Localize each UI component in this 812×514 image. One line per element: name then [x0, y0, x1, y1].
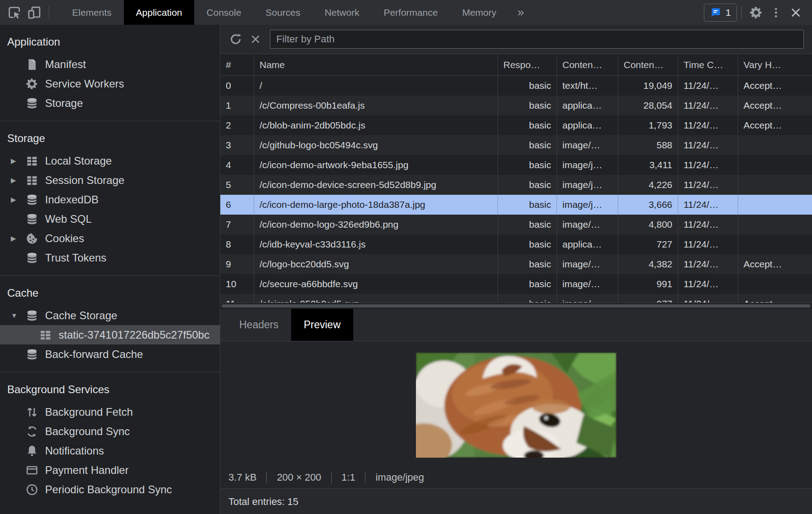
- device-toolbar-icon[interactable]: [24, 3, 44, 23]
- background-sync-icon: [25, 425, 39, 438]
- table-row[interactable]: 2/c/blob-anim-2db05bdc.jsbasicapplica…1,…: [220, 115, 812, 135]
- disclosure-triangle-icon[interactable]: ▶: [11, 229, 16, 248]
- cell-response-type: basic: [497, 195, 557, 215]
- sidebar-item-label: Notifications: [45, 445, 104, 457]
- cell-index: 6: [220, 195, 254, 215]
- cell-content-length: 588: [618, 135, 678, 155]
- sidebar-item-storage[interactable]: Storage: [0, 93, 220, 113]
- column-header-content-length[interactable]: Conten…: [618, 54, 678, 75]
- issues-badge[interactable]: 1: [704, 4, 737, 22]
- cell-index: 1: [220, 96, 254, 115]
- column-header-time-cached[interactable]: Time C…: [678, 54, 738, 75]
- cell-name: /c/logo-bcc20dd5.svg: [254, 254, 497, 274]
- toolbar-divider: [49, 6, 49, 19]
- cell-content-type: image/j…: [557, 155, 618, 175]
- sidebar-item-cache-storage[interactable]: ▼Cache Storage: [0, 306, 220, 325]
- tab-application[interactable]: Application: [124, 0, 195, 25]
- settings-gear-icon[interactable]: [746, 3, 766, 23]
- column-header-content-type[interactable]: Conten…: [557, 54, 618, 75]
- cell-content-length: 991: [618, 274, 678, 294]
- sidebar-item-static-3741017226db5c27f50bc[interactable]: static-3741017226db5c27f50bc: [0, 325, 220, 344]
- tab-memory[interactable]: Memory: [450, 0, 509, 25]
- cell-index: 7: [220, 215, 254, 234]
- tab-headers[interactable]: Headers: [227, 309, 291, 341]
- sidebar-item-notifications[interactable]: Notifications: [0, 441, 220, 460]
- sidebar-item-label: Periodic Background Sync: [45, 483, 172, 496]
- table-row[interactable]: 0/basictext/ht…19,04911/24/…Accept…: [220, 76, 812, 96]
- tab-console[interactable]: Console: [194, 0, 253, 25]
- total-entries-label: Total entries: 15: [228, 496, 298, 507]
- sidebar-item-background-fetch[interactable]: Background Fetch: [0, 402, 220, 422]
- cell-response-type: basic: [497, 135, 557, 155]
- sidebar-item-back-forward-cache[interactable]: Back-forward Cache: [0, 344, 220, 364]
- more-tabs-icon[interactable]: »: [508, 0, 533, 25]
- database-icon: [25, 212, 39, 226]
- table-row[interactable]: 10/c/secure-a66bbdfe.svgbasicimage/…9911…: [220, 274, 812, 294]
- sidebar-item-periodic-background-sync[interactable]: Periodic Background Sync: [0, 480, 220, 499]
- tab-preview[interactable]: Preview: [291, 309, 353, 341]
- status-divider: [365, 472, 365, 483]
- tab-elements[interactable]: Elements: [60, 0, 124, 25]
- clear-filter-icon[interactable]: [246, 29, 265, 49]
- disclosure-triangle-icon[interactable]: ▶: [11, 170, 16, 190]
- column-header-response-type[interactable]: Respo…: [497, 54, 557, 75]
- cell-index: 11: [220, 294, 254, 303]
- database-icon: [25, 193, 39, 207]
- dimensions-label: 200 × 200: [277, 472, 321, 483]
- sidebar-item-payment-handler[interactable]: Payment Handler: [0, 460, 220, 480]
- disclosure-triangle-icon[interactable]: ▼: [11, 306, 18, 325]
- column-header-index[interactable]: #: [220, 54, 254, 75]
- table-row[interactable]: 11/c/simple-952b0cd5.svgbasicimage/…9771…: [220, 294, 812, 303]
- table-row[interactable]: 8/c/idb-keyval-c33d3116.jsbasicapplica…7…: [220, 234, 812, 254]
- cell-index: 0: [220, 76, 254, 96]
- table-row[interactable]: 4/c/icon-demo-artwork-9eba1655.jpgbasici…: [220, 155, 812, 175]
- bell-icon: [25, 444, 39, 458]
- filter-input[interactable]: [270, 30, 804, 49]
- sidebar-item-web-sql[interactable]: Web SQL: [0, 209, 220, 229]
- cell-name: /: [254, 76, 497, 96]
- sidebar-item-manifest[interactable]: Manifest: [0, 55, 220, 74]
- cell-content-length: 727: [618, 234, 678, 254]
- cell-vary-header: [738, 155, 812, 175]
- table-row[interactable]: 5/c/icon-demo-device-screen-5d52d8b9.jpg…: [220, 175, 812, 195]
- tab-performance[interactable]: Performance: [371, 0, 450, 25]
- cell-vary-header: Accept…: [738, 254, 812, 274]
- cell-index: 8: [220, 234, 254, 254]
- devtools-toolbar: ElementsApplicationConsoleSourcesNetwork…: [0, 0, 812, 25]
- panel-tabs: ElementsApplicationConsoleSourcesNetwork…: [60, 0, 508, 25]
- refresh-icon[interactable]: [226, 29, 246, 49]
- table-row[interactable]: 1/c/Compress-00b1eafa.jsbasicapplica…28,…: [220, 96, 812, 115]
- horizontal-scrollbar[interactable]: [220, 303, 812, 309]
- close-devtools-icon[interactable]: [786, 3, 806, 23]
- table-row[interactable]: 9/c/logo-bcc20dd5.svgbasicimage/…4,38211…: [220, 254, 812, 274]
- disclosure-triangle-icon[interactable]: ▶: [11, 190, 16, 209]
- cookie-icon: [25, 232, 39, 245]
- sidebar-item-session-storage[interactable]: ▶Session Storage: [0, 170, 220, 190]
- sidebar-item-trust-tokens[interactable]: Trust Tokens: [0, 248, 220, 267]
- tab-network[interactable]: Network: [312, 0, 371, 25]
- sidebar-item-cookies[interactable]: ▶Cookies: [0, 229, 220, 248]
- sidebar-item-local-storage[interactable]: ▶Local Storage: [0, 151, 220, 170]
- status-divider: [331, 472, 332, 483]
- sidebar-item-background-sync[interactable]: Background Sync: [0, 422, 220, 441]
- section-title: Application: [0, 30, 220, 55]
- tab-sources[interactable]: Sources: [253, 0, 312, 25]
- clock-icon: [25, 483, 39, 496]
- table-row[interactable]: 3/c/github-logo-bc05494c.svgbasicimage/……: [220, 135, 812, 155]
- table-row[interactable]: 6/c/icon-demo-large-photo-18da387a.jpgba…: [220, 195, 812, 215]
- preview-image: [416, 353, 616, 458]
- aspect-ratio-label: 1:1: [342, 472, 356, 483]
- sidebar-item-indexeddb[interactable]: ▶IndexedDB: [0, 190, 220, 209]
- cell-content-length: 1,793: [618, 115, 678, 135]
- cell-name: /c/icon-demo-large-photo-18da387a.jpg: [254, 195, 497, 215]
- cell-content-length: 3,411: [618, 155, 678, 175]
- table-row[interactable]: 7/c/icon-demo-logo-326ed9b6.pngbasicimag…: [220, 215, 812, 234]
- scrollbar-thumb[interactable]: [222, 304, 811, 307]
- column-header-vary-header[interactable]: Vary H…: [738, 54, 812, 75]
- sidebar-item-service-workers[interactable]: Service Workers: [0, 74, 220, 93]
- kebab-menu-icon[interactable]: [766, 3, 786, 23]
- background-fetch-icon: [25, 405, 39, 419]
- column-header-name[interactable]: Name: [254, 54, 497, 75]
- disclosure-triangle-icon[interactable]: ▶: [11, 151, 16, 170]
- inspect-element-icon[interactable]: [5, 3, 24, 23]
